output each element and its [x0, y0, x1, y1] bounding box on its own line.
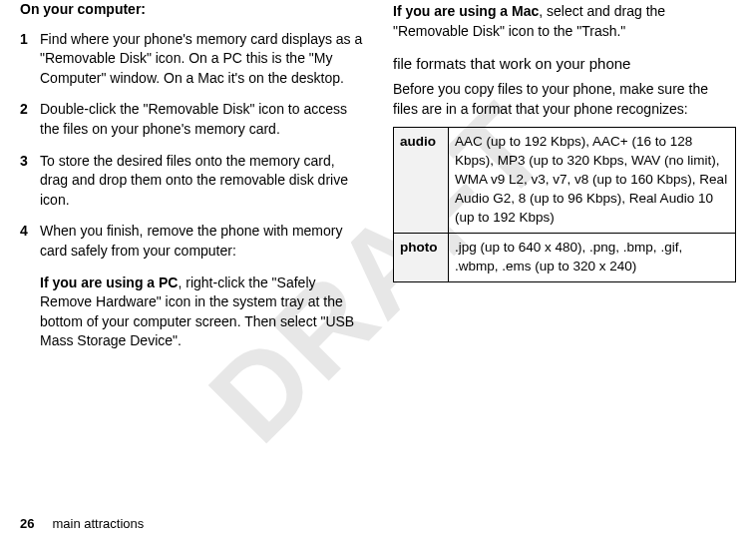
pc-instruction: If you are using a PC, right-click the "…: [40, 273, 363, 351]
audio-value: AAC (up to 192 Kbps), AAC+ (16 to 128 Kb…: [449, 128, 736, 233]
photo-value: .jpg (up to 640 x 480), .png, .bmp, .gif…: [449, 233, 736, 281]
page-footer: 26main attractions: [20, 515, 144, 533]
page-number: 26: [20, 516, 34, 531]
page-content: On your computer: Find where your phone'…: [20, 0, 736, 489]
right-column: If you are using a Mac, select and drag …: [393, 0, 736, 489]
mac-lead: If you are using a Mac: [393, 3, 539, 19]
file-formats-heading: file formats that work on your phone: [393, 53, 736, 74]
steps-list: Find where your phone's memory card disp…: [20, 30, 363, 262]
step-3-text: To store the desired files onto the memo…: [40, 152, 363, 211]
step-4-text: When you finish, remove the phone with m…: [40, 222, 363, 261]
mac-instruction: If you are using a Mac, select and drag …: [393, 2, 736, 41]
audio-label: audio: [394, 128, 449, 233]
left-column: On your computer: Find where your phone'…: [20, 0, 363, 489]
step-3: To store the desired files onto the memo…: [20, 152, 363, 211]
formats-table: audio AAC (up to 192 Kbps), AAC+ (16 to …: [393, 127, 736, 281]
step-4: When you finish, remove the phone with m…: [20, 222, 363, 261]
step-2-text: Double-click the "Removable Disk" icon t…: [40, 100, 363, 139]
pc-lead: If you are using a PC: [40, 274, 178, 290]
file-formats-intro: Before you copy files to your phone, mak…: [393, 80, 736, 119]
photo-label: photo: [394, 233, 449, 281]
step-1: Find where your phone's memory card disp…: [20, 30, 363, 89]
table-row: photo .jpg (up to 640 x 480), .png, .bmp…: [394, 233, 736, 281]
section-name: main attractions: [52, 516, 144, 531]
step-2: Double-click the "Removable Disk" icon t…: [20, 100, 363, 139]
step-1-text: Find where your phone's memory card disp…: [40, 30, 363, 89]
on-your-computer-heading: On your computer:: [20, 0, 363, 20]
table-row: audio AAC (up to 192 Kbps), AAC+ (16 to …: [394, 128, 736, 233]
